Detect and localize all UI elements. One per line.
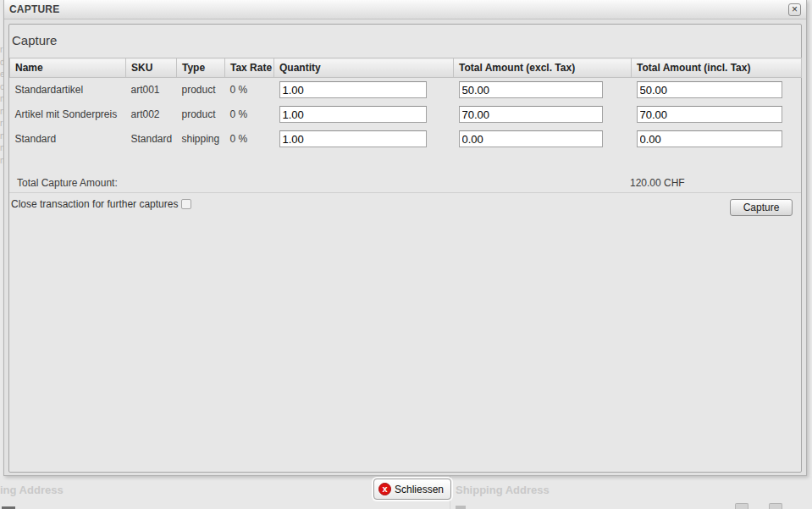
table-row: Standard Standard shipping 0 % [10, 127, 802, 152]
total-capture-row: Total Capture Amount: 120.00 CHF [9, 174, 801, 191]
table-row: Artikel mit Sonderpreis art002 product 0… [10, 102, 802, 127]
item-sku: art001 [126, 78, 177, 102]
close-icon[interactable]: × [788, 3, 801, 16]
dialog-title: CAPTURE [9, 3, 59, 15]
total-excl-tax-input[interactable] [459, 106, 603, 123]
shipping-address-heading: Shipping Address [456, 484, 550, 496]
item-tax-rate: 0 % [225, 127, 274, 152]
table-row: Standardartikel art001 product 0 % [10, 78, 802, 102]
billing-address-heading-partial: ing Address [0, 484, 64, 496]
column-header-name: Name [10, 58, 126, 78]
capture-items-table: Name SKU Type Tax Rate Quantity Total Am… [9, 58, 802, 152]
quantity-input[interactable] [279, 130, 427, 147]
schliessen-button[interactable]: x Schliessen [373, 479, 451, 500]
item-sku: art002 [126, 102, 177, 127]
item-type: product [177, 102, 225, 127]
column-header-quantity: Quantity [274, 58, 454, 78]
divider [9, 192, 801, 193]
capture-panel: Capture Name SKU Type Tax Rate Quantity … [8, 24, 802, 473]
column-header-total-incl: Total Amount (incl. Tax) [632, 58, 802, 78]
dialog-titlebar[interactable]: CAPTURE × [4, 0, 806, 19]
red-close-circle-icon: x [378, 483, 391, 495]
capture-button[interactable]: Capture [730, 199, 793, 216]
total-incl-tax-input[interactable] [637, 81, 782, 98]
item-name: Standard [10, 127, 126, 152]
column-header-sku: SKU [126, 58, 177, 78]
total-capture-value: 120.00 CHF [630, 177, 685, 189]
item-tax-rate: 0 % [225, 102, 274, 127]
quantity-input[interactable] [279, 81, 427, 98]
close-transaction-checkbox[interactable] [181, 199, 191, 209]
item-name: Standardartikel [10, 78, 126, 102]
item-sku: Standard [126, 127, 177, 152]
item-tax-rate: 0 % [225, 78, 274, 102]
schliessen-button-label: Schliessen [395, 484, 444, 495]
page-title: Capture [12, 33, 57, 47]
column-header-total-excl: Total Amount (excl. Tax) [454, 58, 632, 78]
total-incl-tax-input[interactable] [637, 130, 782, 147]
close-transaction-label: Close transaction for further captures [11, 198, 178, 210]
capture-dialog: CAPTURE × Capture Name SKU Type Tax Rate… [3, 0, 807, 476]
table-header-row: Name SKU Type Tax Rate Quantity Total Am… [10, 58, 802, 78]
total-excl-tax-input[interactable] [459, 130, 603, 147]
item-type: shipping [177, 127, 225, 152]
item-name: Artikel mit Sonderpreis [10, 102, 126, 127]
total-incl-tax-input[interactable] [637, 106, 782, 123]
total-capture-label: Total Capture Amount: [17, 177, 118, 189]
quantity-input[interactable] [279, 106, 427, 123]
clipped-content-fragment [456, 506, 466, 509]
clipped-button-fragment [735, 503, 748, 509]
total-excl-tax-input[interactable] [459, 81, 603, 98]
clipped-button-fragment [769, 503, 782, 509]
column-header-tax-rate: Tax Rate [225, 58, 274, 78]
item-type: product [177, 78, 225, 102]
column-header-type: Type [177, 58, 225, 78]
